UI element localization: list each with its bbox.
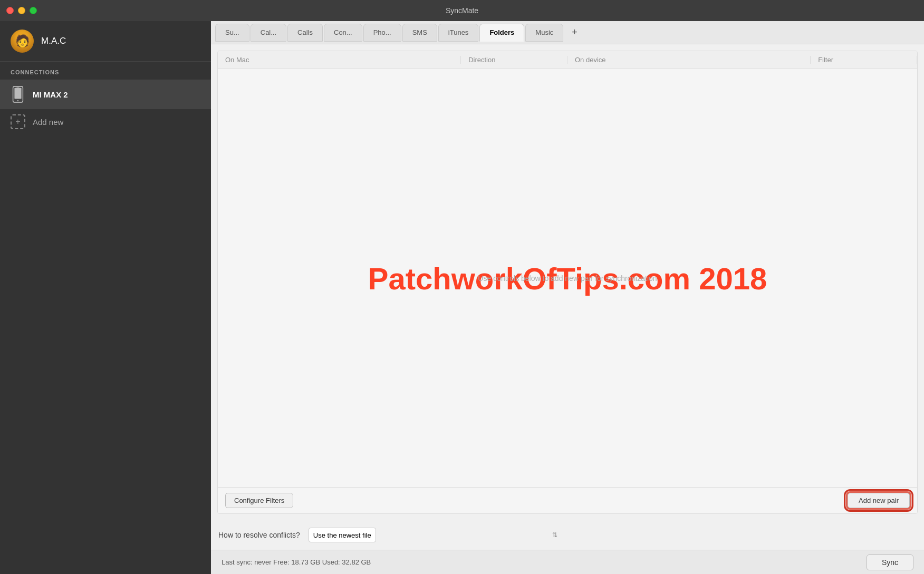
svg-rect-1 (14, 88, 21, 99)
header-filter: Filter (811, 56, 917, 64)
tab-pho[interactable]: Pho... (363, 24, 401, 42)
connections-label: CONNECTIONS (0, 62, 211, 80)
tab-sms[interactable]: SMS (402, 24, 437, 42)
tab-cal[interactable]: Cal... (251, 24, 286, 42)
svg-rect-3 (16, 87, 20, 87)
sync-area: On Mac Direction On device Filter Use co… (217, 51, 918, 514)
header-on-device: On device (567, 56, 811, 64)
conflict-select[interactable]: Use the newest file Use Mac version Use … (309, 528, 376, 542)
title-bar: SyncMate (0, 0, 924, 21)
user-name: M.A.C (41, 36, 66, 46)
phone-icon (11, 85, 25, 104)
configure-filters-button[interactable]: Configure Filters (225, 493, 293, 508)
conflict-select-wrapper: Use the newest file Use Mac version Use … (309, 528, 562, 542)
main-layout: 🧑 M.A.C CONNECTIONS MI MAX 2 + Add new (0, 21, 924, 574)
device-name: MI MAX 2 (33, 90, 68, 99)
conflict-row: How to resolve conflicts? Use the newest… (211, 520, 924, 550)
status-bar: Last sync: never Free: 18.73 GB Used: 32… (211, 550, 924, 574)
tab-con[interactable]: Con... (324, 24, 362, 42)
window-title: SyncMate (446, 6, 478, 15)
avatar: 🧑 (11, 30, 34, 53)
sync-button[interactable]: Sync (867, 554, 913, 570)
tab-su[interactable]: Su... (215, 24, 249, 42)
tab-itunes[interactable]: iTunes (438, 24, 479, 42)
sidebar-user: 🧑 M.A.C (0, 21, 211, 62)
sidebar: 🧑 M.A.C CONNECTIONS MI MAX 2 + Add new (0, 21, 211, 574)
svg-point-2 (17, 100, 18, 101)
add-new-label: Add new (33, 118, 63, 127)
table-header: On Mac Direction On device Filter (218, 51, 917, 69)
minimize-button[interactable] (18, 7, 25, 14)
add-new-pair-button[interactable]: Add new pair (848, 493, 910, 508)
header-direction: Direction (461, 56, 567, 64)
sync-hint: Use controls below to add new pair for s… (478, 274, 657, 283)
tabs-bar: Su... Cal... Calls Con... Pho... SMS iTu… (211, 21, 924, 44)
add-new-icon: + (11, 114, 25, 129)
tab-calls[interactable]: Calls (287, 24, 323, 42)
sync-area-footer: Configure Filters Add new pair (218, 487, 917, 513)
tab-music[interactable]: Music (525, 24, 563, 42)
content-area: Su... Cal... Calls Con... Pho... SMS iTu… (211, 21, 924, 574)
tab-add-button[interactable]: + (566, 25, 583, 40)
avatar-image: 🧑 (11, 30, 34, 53)
close-button[interactable] (6, 7, 14, 14)
conflict-label: How to resolve conflicts? (218, 531, 300, 539)
window-controls (6, 7, 37, 14)
table-body: Use controls below to add new pair for s… (218, 69, 917, 487)
add-new-item[interactable]: + Add new (0, 109, 211, 134)
tab-folders[interactable]: Folders (479, 24, 524, 42)
maximize-button[interactable] (30, 7, 37, 14)
header-on-mac: On Mac (218, 56, 461, 64)
status-text: Last sync: never Free: 18.73 GB Used: 32… (222, 558, 371, 566)
device-item-mi-max-2[interactable]: MI MAX 2 (0, 80, 211, 109)
